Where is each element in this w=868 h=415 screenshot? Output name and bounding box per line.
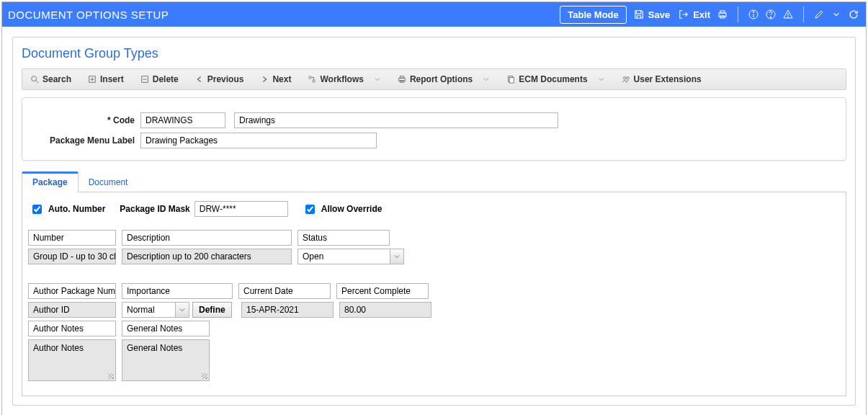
auto-number-checkbox[interactable] — [32, 205, 42, 214]
exit-button[interactable]: Exit — [676, 8, 712, 21]
tab-document[interactable]: Document — [79, 171, 138, 192]
chevron-down-icon[interactable] — [390, 249, 404, 264]
svg-point-10 — [32, 76, 37, 81]
panel-document-group-types: Document Group Types Search Insert Delet… — [12, 37, 856, 406]
chevron-down-icon[interactable] — [175, 302, 189, 318]
package-id-mask-input[interactable] — [194, 201, 288, 217]
delete-icon — [140, 74, 150, 84]
chevron-down-icon[interactable] — [830, 8, 843, 21]
warning-icon[interactable] — [782, 8, 795, 21]
define-button[interactable]: Define — [192, 302, 232, 318]
svg-point-17 — [309, 76, 311, 79]
group-id-field[interactable]: Group ID - up to 30 characters — [28, 249, 116, 264]
svg-point-25 — [626, 77, 628, 79]
author-notes-textarea[interactable]: Author Notes — [28, 339, 116, 381]
percent-complete-field[interactable]: 80.00 — [339, 302, 431, 318]
svg-point-24 — [623, 77, 625, 79]
col-importance: Importance — [122, 283, 233, 299]
col-percent-complete: Percent Complete — [336, 283, 429, 299]
delete-button[interactable]: Delete — [137, 72, 182, 86]
previous-button[interactable]: Previous — [192, 72, 247, 86]
col-number: Number — [28, 230, 116, 246]
code-label: * Code — [34, 115, 140, 125]
tab-package[interactable]: Package — [22, 171, 79, 192]
print-icon[interactable] — [716, 8, 729, 21]
status-select[interactable]: Open — [297, 249, 404, 264]
search-icon — [30, 74, 40, 84]
edit-icon[interactable] — [813, 8, 826, 21]
chevron-down-icon — [483, 76, 490, 83]
code-input[interactable] — [140, 112, 225, 128]
chevron-down-icon — [374, 76, 381, 83]
refresh-icon[interactable] — [847, 8, 860, 21]
panel-title: Document Group Types — [22, 46, 846, 61]
description-field[interactable]: Description up to 200 characters — [122, 249, 292, 264]
col-status: Status — [297, 230, 390, 246]
svg-rect-1 — [720, 11, 725, 13]
col-general-notes: General Notes — [122, 321, 210, 336]
exit-label: Exit — [693, 9, 710, 20]
col-author-notes: Author Notes — [28, 321, 116, 336]
help-icon[interactable] — [764, 8, 777, 21]
workflows-button[interactable]: Workflows — [304, 72, 383, 86]
allow-override-checkbox[interactable] — [305, 205, 315, 214]
search-button[interactable]: Search — [27, 72, 74, 86]
insert-button[interactable]: Insert — [84, 72, 127, 86]
package-id-mask-label: Package ID Mask — [120, 204, 189, 214]
save-icon — [632, 8, 645, 21]
menu-label-label: Package Menu Label — [34, 135, 140, 146]
header-form: * Code Package Menu Label — [22, 97, 846, 161]
svg-line-11 — [36, 81, 38, 83]
save-button[interactable]: Save — [631, 8, 671, 21]
importance-select[interactable]: Normal — [122, 302, 189, 318]
code-description-input[interactable] — [234, 112, 558, 128]
print-icon — [397, 74, 407, 84]
auto-number-label: Auto. Number — [48, 204, 105, 214]
general-notes-textarea[interactable]: General Notes — [122, 339, 210, 381]
svg-rect-23 — [510, 77, 514, 83]
action-toolbar: Search Insert Delete Previous Next — [22, 68, 846, 90]
next-button[interactable]: Next — [256, 72, 294, 86]
window-title: DOCUMENT OPTIONS SETUP — [8, 9, 169, 21]
user-extensions-button[interactable]: User Extensions — [618, 72, 704, 86]
col-description: Description — [122, 230, 292, 246]
col-author-package-number: Author Package Number — [28, 283, 116, 299]
report-options-button[interactable]: Report Options — [394, 72, 493, 86]
tabstrip: Package Document — [22, 171, 846, 192]
tab-body-package: Auto. Number Package ID Mask Allow Overr… — [22, 192, 846, 396]
documents-icon — [506, 74, 516, 84]
ecm-documents-button[interactable]: ECM Documents — [503, 72, 607, 86]
previous-icon — [194, 74, 205, 84]
insert-icon — [87, 74, 97, 84]
table-mode-button[interactable]: Table Mode — [560, 6, 627, 24]
status-value: Open — [297, 249, 390, 264]
allow-override-label: Allow Override — [321, 204, 382, 214]
titlebar: DOCUMENT OPTIONS SETUP Table Mode Save E… — [2, 2, 866, 27]
svg-rect-20 — [400, 76, 403, 79]
info-icon[interactable] — [747, 8, 760, 21]
chevron-down-icon — [598, 76, 605, 83]
current-date-field[interactable]: 15-APR-2021 — [241, 302, 334, 318]
package-menu-label-input[interactable] — [140, 133, 377, 148]
user-extensions-icon — [621, 74, 631, 84]
svg-point-18 — [313, 80, 315, 82]
svg-point-9 — [787, 17, 788, 17]
col-current-date: Current Date — [238, 283, 331, 299]
exit-icon — [677, 8, 690, 21]
workflows-icon — [307, 74, 317, 84]
svg-point-7 — [770, 17, 771, 18]
author-id-field[interactable]: Author ID — [28, 302, 116, 318]
next-icon — [259, 74, 269, 84]
save-label: Save — [648, 9, 670, 20]
importance-value: Normal — [122, 302, 175, 318]
svg-point-5 — [753, 12, 754, 13]
